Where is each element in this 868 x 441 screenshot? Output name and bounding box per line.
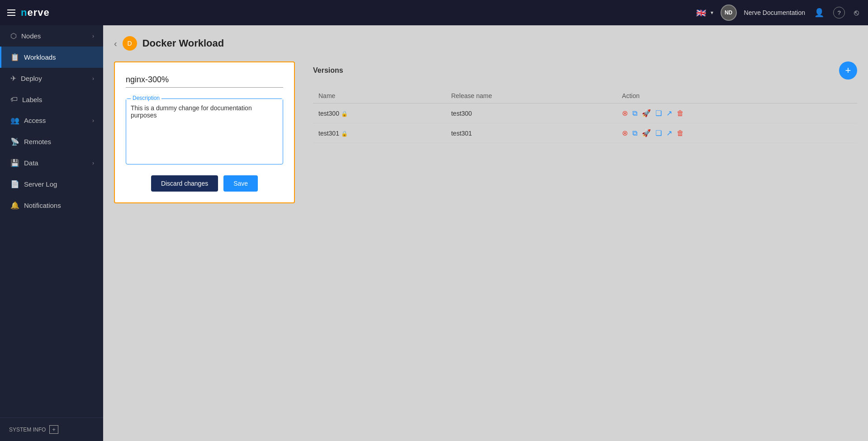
chevron-down-icon: ▾	[711, 9, 713, 16]
delete-icon[interactable]: 🗑	[677, 109, 684, 117]
duplicate-icon[interactable]: ❏	[655, 109, 662, 117]
copy-icon[interactable]: ⧉	[632, 109, 637, 117]
table-row: test301 🔒 test301 ⊗ ⧉ 🚀 ❏ ↗ 🗑	[313, 123, 857, 143]
workload-type-icon: D	[123, 36, 137, 51]
doc-label: Nerve Documentation	[744, 9, 805, 16]
description-wrapper: Description This is a dummy change for d…	[126, 99, 283, 164]
sidebar-label-remotes: Remotes	[24, 138, 51, 145]
sidebar-item-access[interactable]: 👥 Access ›	[0, 110, 103, 131]
description-label: Description	[131, 95, 161, 101]
versions-header: Versions +	[313, 61, 857, 80]
sidebar-label-labels: Labels	[22, 96, 42, 103]
sidebar-label-access: Access	[24, 117, 46, 124]
chevron-right-icon: ›	[92, 33, 94, 39]
system-info-add-icon[interactable]: +	[49, 425, 58, 434]
deploy-icon[interactable]: 🚀	[642, 109, 651, 117]
user-avatar: ND	[721, 5, 737, 21]
lock-icon: 🔒	[341, 131, 348, 137]
table-row: test300 🔒 test300 ⊗ ⧉ 🚀 ❏ ↗ 🗑	[313, 103, 857, 123]
version-name: test300 🔒	[313, 103, 446, 123]
sidebar-item-remotes[interactable]: 📡 Remotes	[0, 131, 103, 152]
sidebar-label-notifications: Notifications	[24, 202, 61, 209]
description-textarea[interactable]: This is a dummy change for documentation…	[126, 99, 283, 162]
page-header: ‹ D Docker Workload	[114, 36, 857, 51]
cancel-icon[interactable]: ⊗	[622, 109, 628, 117]
copy-icon[interactable]: ⧉	[632, 129, 637, 137]
navbar-right: 🇬🇧 ▾ ND Nerve Documentation 👤 ? ⎋	[696, 5, 861, 21]
sidebar-item-nodes[interactable]: ⬡ Nodes ›	[0, 25, 103, 47]
flag-icon: 🇬🇧	[696, 8, 709, 17]
notifications-icon: 🔔	[10, 201, 19, 210]
workloads-icon: 📋	[10, 53, 19, 61]
duplicate-icon[interactable]: ❏	[655, 129, 662, 137]
logout-icon[interactable]: ⎋	[852, 6, 861, 19]
deploy-icon[interactable]: 🚀	[642, 129, 651, 137]
button-row: Discard changes Save	[126, 175, 283, 192]
sidebar-footer: SYSTEM INFO +	[0, 418, 103, 441]
sidebar: ⬡ Nodes › 📋 Workloads ✈ Deploy › 🏷 Label…	[0, 25, 103, 441]
add-version-button[interactable]: +	[839, 61, 857, 80]
sidebar-label-server-log: Server Log	[24, 180, 57, 188]
sidebar-item-data[interactable]: 💾 Data ›	[0, 152, 103, 174]
sidebar-item-workloads[interactable]: 📋 Workloads	[0, 47, 103, 68]
page-title: Docker Workload	[142, 38, 224, 49]
navbar: nerve 🇬🇧 ▾ ND Nerve Documentation 👤 ? ⎋	[0, 0, 868, 25]
main-layout: ⬡ Nodes › 📋 Workloads ✈ Deploy › 🏷 Label…	[0, 25, 868, 441]
version-release-name: test301	[446, 123, 617, 143]
hamburger-menu[interactable]	[7, 9, 15, 16]
user-icon[interactable]: 👤	[812, 6, 826, 19]
version-actions: ⊗ ⧉ 🚀 ❏ ↗ 🗑	[617, 123, 857, 143]
content-area: ‹ D Docker Workload Description This is …	[103, 25, 868, 441]
labels-icon: 🏷	[10, 95, 18, 103]
remotes-icon: 📡	[10, 137, 19, 146]
system-info-label: SYSTEM INFO	[9, 427, 46, 433]
server-log-icon: 📄	[10, 180, 19, 188]
version-name: test301 🔒	[313, 123, 446, 143]
col-name: Name	[313, 89, 446, 103]
navbar-left: nerve	[7, 7, 50, 19]
workload-name-input[interactable]	[126, 75, 283, 88]
sidebar-item-server-log[interactable]: 📄 Server Log	[0, 174, 103, 195]
discard-changes-button[interactable]: Discard changes	[151, 175, 218, 192]
chevron-right-icon: ›	[92, 117, 94, 124]
version-actions: ⊗ ⧉ 🚀 ❏ ↗ 🗑	[617, 103, 857, 123]
data-icon: 💾	[10, 159, 19, 167]
system-info[interactable]: SYSTEM INFO +	[9, 425, 94, 434]
versions-table: Name Release name Action test300 🔒 test3…	[313, 89, 857, 143]
versions-panel: Versions + Name Release name Action test…	[313, 61, 857, 143]
col-action: Action	[617, 89, 857, 103]
export-icon[interactable]: ↗	[666, 129, 672, 137]
version-release-name: test300	[446, 103, 617, 123]
language-selector[interactable]: 🇬🇧 ▾	[696, 8, 713, 17]
lock-icon: 🔒	[341, 111, 348, 117]
deploy-icon: ✈	[10, 74, 16, 83]
col-release-name: Release name	[446, 89, 617, 103]
versions-title: Versions	[313, 66, 343, 75]
edit-panel: Description This is a dummy change for d…	[114, 61, 295, 203]
sidebar-item-labels[interactable]: 🏷 Labels	[0, 89, 103, 110]
help-icon[interactable]: ?	[833, 7, 845, 19]
sidebar-label-data: Data	[24, 159, 38, 167]
two-column-layout: Description This is a dummy change for d…	[114, 61, 857, 203]
app-logo: nerve	[21, 7, 50, 19]
sidebar-label-workloads: Workloads	[24, 53, 56, 61]
chevron-right-icon: ›	[92, 75, 94, 82]
sidebar-label-deploy: Deploy	[21, 75, 42, 82]
sidebar-item-notifications[interactable]: 🔔 Notifications	[0, 195, 103, 216]
delete-icon[interactable]: 🗑	[677, 129, 684, 137]
chevron-right-icon: ›	[92, 160, 94, 166]
sidebar-item-deploy[interactable]: ✈ Deploy ›	[0, 68, 103, 89]
access-icon: 👥	[10, 116, 19, 125]
nodes-icon: ⬡	[10, 32, 17, 40]
save-button[interactable]: Save	[223, 175, 258, 192]
sidebar-label-nodes: Nodes	[21, 32, 41, 40]
back-button[interactable]: ‹	[114, 38, 117, 49]
cancel-icon[interactable]: ⊗	[622, 129, 628, 137]
export-icon[interactable]: ↗	[666, 109, 672, 117]
